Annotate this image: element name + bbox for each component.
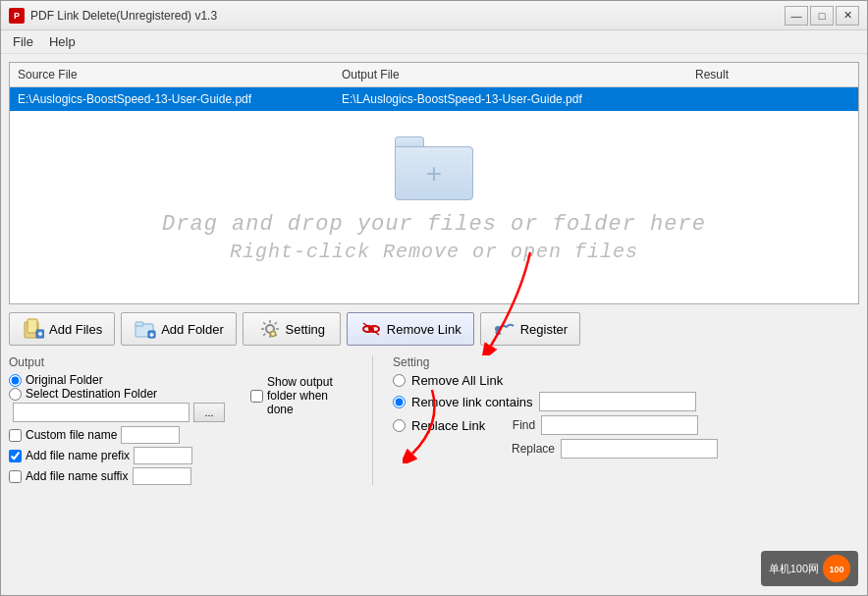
remove-link-icon (359, 317, 383, 341)
add-files-label: Add Files (49, 322, 102, 337)
panel-divider (372, 355, 373, 485)
select-destination-row: Select Destination Folder (9, 387, 225, 401)
find-input[interactable]: www.danji100.com (541, 415, 698, 435)
remove-link-contains-label: Remove link contains (411, 395, 533, 409)
svg-text:100: 100 (829, 565, 843, 574)
add-suffix-label: Add file name suffix (26, 469, 129, 483)
svg-rect-6 (136, 322, 143, 326)
replace-input[interactable]: www.baidu.com (561, 439, 718, 459)
add-prefix-label: Add file name prefix (26, 449, 130, 462)
watermark-text: 单机100网 (769, 562, 819, 576)
watermark: 单机100网 100 (761, 551, 858, 586)
file-result (687, 90, 858, 108)
show-output-checkbox[interactable] (250, 390, 263, 403)
add-folder-icon (134, 317, 157, 341)
select-destination-label: Select Destination Folder (26, 387, 157, 401)
remove-link-button[interactable]: Remove Link (347, 312, 474, 346)
app-title: PDF Link Delete(Unregistered) v1.3 (30, 9, 785, 23)
drop-area: + Drag and drop your files or folder her… (10, 111, 858, 288)
custom-filename-row: Custom file name (9, 426, 347, 444)
register-label: Register (520, 322, 568, 337)
drop-text-main: Drag and drop your files or folder here (162, 212, 706, 237)
remove-all-link-radio[interactable] (393, 374, 406, 387)
file-list-container: Source File Output File Result E:\Auslog… (9, 62, 859, 304)
original-folder-label: Original Folder (26, 373, 103, 387)
add-folder-label: Add Folder (161, 322, 224, 337)
main-content: Source File Output File Result E:\Auslog… (1, 54, 867, 493)
minimize-button[interactable]: — (785, 6, 808, 26)
close-button[interactable]: ✕ (836, 6, 859, 26)
custom-filename-label: Custom file name (26, 428, 117, 442)
title-bar: P PDF Link Delete(Unregistered) v1.3 — □… (1, 1, 867, 30)
remove-all-link-row: Remove All Link (393, 373, 859, 388)
folder-icon: + (395, 136, 473, 200)
window-controls: — □ ✕ (785, 6, 859, 26)
setting-panel: Setting Remove All Link Remove link cont… (383, 355, 859, 485)
file-list-header: Source File Output File Result (10, 63, 858, 87)
remove-link-contains-row: Remove link contains (393, 392, 859, 411)
menu-help[interactable]: Help (41, 32, 83, 51)
browse-button[interactable]: ... (193, 403, 225, 422)
output-label: Output (9, 355, 347, 369)
remove-link-contains-radio[interactable] (393, 396, 406, 408)
setting-label: Setting (286, 322, 325, 337)
header-output: Output File (334, 66, 687, 83)
add-suffix-checkbox[interactable] (9, 470, 22, 483)
svg-line-17 (363, 323, 379, 335)
bottom-panels: Output Original Folder Select Destinatio… (9, 355, 859, 485)
replace-link-row: Replace Link Find www.danji100.com (393, 415, 859, 435)
maximize-button[interactable]: □ (810, 6, 834, 26)
replace-row: Replace www.baidu.com (393, 439, 859, 459)
file-list-body: E:\Auslogics-BoostSpeed-13-User-Guide.pd… (10, 87, 858, 303)
replace-label: Replace (511, 442, 555, 456)
select-destination-radio[interactable] (9, 388, 22, 401)
suffix-input[interactable] (133, 467, 191, 485)
toolbar: Add Files Add Folder (9, 312, 859, 346)
original-folder-row: Original Folder (9, 373, 225, 387)
prefix-row: Add file name prefix L (9, 447, 347, 464)
original-folder-radio[interactable] (9, 374, 22, 387)
register-button[interactable]: Register (480, 312, 580, 346)
file-row[interactable]: E:\Auslogics-BoostSpeed-13-User-Guide.pd… (10, 87, 858, 111)
add-folder-button[interactable]: Add Folder (121, 312, 237, 346)
remove-link-contains-input[interactable] (539, 392, 696, 411)
header-source: Source File (10, 66, 334, 83)
watermark-icon: 100 (823, 555, 850, 582)
svg-point-18 (495, 326, 501, 332)
menu-file[interactable]: File (5, 32, 41, 51)
add-prefix-checkbox[interactable] (9, 450, 22, 462)
setting-icon (258, 317, 282, 341)
register-icon (493, 317, 516, 341)
output-panel: Output Original Folder Select Destinatio… (9, 355, 362, 485)
file-output: E:\LAuslogics-BoostSpeed-13-User-Guide.p… (334, 90, 687, 108)
file-source: E:\Auslogics-BoostSpeed-13-User-Guide.pd… (10, 90, 334, 108)
drop-text-sub: Right-click Remove or open files (230, 241, 638, 263)
add-files-button[interactable]: Add Files (9, 312, 115, 346)
show-output-row: Show output folder when done (250, 375, 347, 416)
menu-bar: File Help (1, 30, 867, 54)
path-input[interactable]: D:\ (13, 403, 190, 422)
header-result: Result (687, 66, 858, 83)
setting-button[interactable]: Setting (243, 312, 341, 346)
replace-link-radio[interactable] (393, 419, 406, 432)
app-icon: P (9, 8, 25, 24)
suffix-row: Add file name suffix (9, 467, 347, 485)
replace-link-label: Replace Link (411, 418, 485, 433)
add-files-icon (22, 317, 45, 341)
remove-all-link-label: Remove All Link (411, 373, 503, 388)
setting-panel-label: Setting (393, 355, 859, 369)
show-output-label: Show output folder when done (267, 375, 347, 416)
custom-filename-input[interactable] (121, 426, 180, 444)
svg-rect-1 (27, 319, 37, 333)
find-label: Find (491, 418, 535, 432)
plus-icon: + (426, 160, 442, 188)
remove-link-label: Remove Link (387, 322, 461, 337)
prefix-input[interactable]: L (134, 447, 192, 464)
custom-filename-checkbox[interactable] (9, 429, 22, 442)
